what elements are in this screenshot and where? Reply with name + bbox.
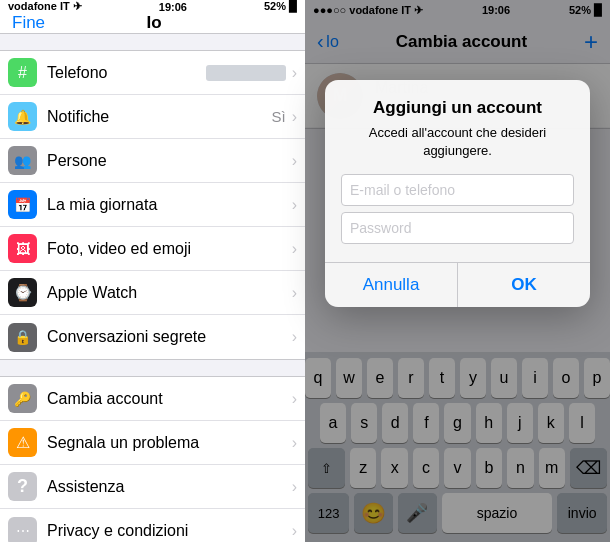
assistenza-chevron: › (292, 478, 297, 496)
modal-buttons: Annulla OK (325, 262, 590, 307)
assistenza-label: Assistenza (47, 478, 292, 496)
notifiche-value: Sì (271, 108, 285, 125)
modal-overlay: Aggiungi un account Accedi all'account c… (305, 0, 610, 542)
left-carrier: vodafone IT ✈ (8, 0, 82, 13)
cambiaaccount-chevron: › (292, 390, 297, 408)
applewatch-chevron: › (292, 284, 297, 302)
annulla-button[interactable]: Annulla (325, 263, 457, 307)
persone-icon: 👥 (8, 146, 37, 175)
list-item-segrete[interactable]: 🔒 Conversazioni segrete › (0, 315, 305, 359)
cambiaaccount-label: Cambia account (47, 390, 292, 408)
fine-button[interactable]: Fine (12, 13, 45, 33)
list-item-privacy[interactable]: ⋯ Privacy e condizioni › (0, 509, 305, 542)
applewatch-icon: ⌚ (8, 278, 37, 307)
foto-label: Foto, video ed emoji (47, 240, 292, 258)
privacy-label: Privacy e condizioni (47, 522, 292, 540)
notifiche-icon: 🔔 (8, 102, 37, 131)
assistenza-icon: ? (8, 472, 37, 501)
telefono-chevron: › (292, 64, 297, 82)
giornata-icon: 📅 (8, 190, 37, 219)
modal-content: Aggiungi un account Accedi all'account c… (325, 80, 590, 262)
list-item-notifiche[interactable]: 🔔 Notifiche Sì › (0, 95, 305, 139)
cambiaaccount-icon: 🔑 (8, 384, 37, 413)
list-item-foto[interactable]: 🖼 Foto, video ed emoji › (0, 227, 305, 271)
segnala-label: Segnala un problema (47, 434, 292, 452)
email-field[interactable] (341, 174, 574, 206)
left-nav-title: Io (146, 13, 161, 33)
modal-box: Aggiungi un account Accedi all'account c… (325, 80, 590, 307)
persone-label: Persone (47, 152, 292, 170)
segrete-icon: 🔒 (8, 323, 37, 352)
left-time: 19:06 (159, 1, 187, 13)
segrete-label: Conversazioni segrete (47, 328, 292, 346)
notifiche-label: Notifiche (47, 108, 271, 126)
ok-button[interactable]: OK (457, 263, 590, 307)
left-status-bar: vodafone IT ✈ 19:06 52% ▉ (0, 0, 305, 13)
applewatch-label: Apple Watch (47, 284, 292, 302)
telefono-value (206, 65, 286, 81)
modal-message: Accedi all'account che desideri aggiunge… (341, 124, 574, 160)
list-item-persone[interactable]: 👥 Persone › (0, 139, 305, 183)
telefono-icon: # (8, 58, 37, 87)
giornata-chevron: › (292, 196, 297, 214)
privacy-chevron: › (292, 522, 297, 540)
modal-title: Aggiungi un account (341, 98, 574, 118)
list-item-applewatch[interactable]: ⌚ Apple Watch › (0, 271, 305, 315)
persone-chevron: › (292, 152, 297, 170)
password-field[interactable] (341, 212, 574, 244)
left-battery: 52% ▉ (264, 0, 297, 13)
segnala-chevron: › (292, 434, 297, 452)
list-item-telefono[interactable]: # Telefono › (0, 51, 305, 95)
list-item-giornata[interactable]: 📅 La mia giornata › (0, 183, 305, 227)
segrete-chevron: › (292, 328, 297, 346)
segnala-icon: ⚠ (8, 428, 37, 457)
list-item-cambiaaccount[interactable]: 🔑 Cambia account › (0, 377, 305, 421)
left-nav-bar: Fine Io (0, 13, 305, 34)
list-item-assistenza[interactable]: ? Assistenza › (0, 465, 305, 509)
right-panel: ●●●○○ vodafone IT ✈ 19:06 52% ▉ ‹ Io Cam… (305, 0, 610, 542)
notifiche-chevron: › (292, 108, 297, 126)
foto-icon: 🖼 (8, 234, 37, 263)
privacy-icon: ⋯ (8, 517, 37, 543)
telefono-label: Telefono (47, 64, 206, 82)
left-panel: vodafone IT ✈ 19:06 52% ▉ Fine Io # Tele… (0, 0, 305, 542)
foto-chevron: › (292, 240, 297, 258)
settings-section-2: 🔑 Cambia account › ⚠ Segnala un problema… (0, 376, 305, 542)
settings-section-1: # Telefono › 🔔 Notifiche Sì › 👥 Persone … (0, 50, 305, 360)
giornata-label: La mia giornata (47, 196, 292, 214)
list-item-segnala[interactable]: ⚠ Segnala un problema › (0, 421, 305, 465)
